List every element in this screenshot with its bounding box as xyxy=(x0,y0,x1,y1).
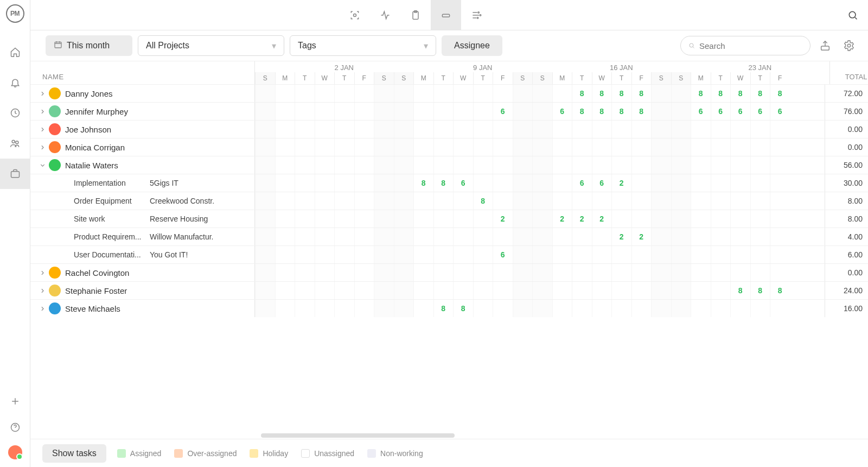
workload-cell[interactable] xyxy=(572,138,592,156)
workload-cell[interactable] xyxy=(552,121,572,138)
workload-cell[interactable]: 8 xyxy=(711,85,731,102)
person-name[interactable]: Rachel Covington xyxy=(65,268,129,277)
workload-cell[interactable] xyxy=(671,174,691,192)
chevron-right-icon[interactable] xyxy=(37,108,48,115)
workload-cell[interactable]: 6 xyxy=(711,103,731,120)
workload-cell[interactable] xyxy=(275,138,295,156)
workload-cell[interactable] xyxy=(770,246,790,263)
workload-cell[interactable] xyxy=(691,300,711,317)
workload-cell[interactable] xyxy=(433,246,454,263)
nav-help-icon[interactable] xyxy=(0,419,30,436)
workload-cell[interactable] xyxy=(374,138,394,156)
workload-cell[interactable] xyxy=(631,210,652,228)
workload-cell[interactable] xyxy=(493,156,513,174)
workload-cell[interactable]: 2 xyxy=(493,210,513,228)
workload-cell[interactable] xyxy=(433,85,454,102)
workload-cell[interactable] xyxy=(532,228,552,245)
workload-cell[interactable] xyxy=(433,264,454,281)
workload-cell[interactable] xyxy=(651,192,671,210)
workload-cell[interactable] xyxy=(394,264,414,281)
workload-cell[interactable] xyxy=(572,264,592,281)
workload-cell[interactable] xyxy=(315,264,335,281)
workload-cell[interactable] xyxy=(315,228,335,245)
workload-cell[interactable] xyxy=(295,121,315,138)
workload-cell[interactable] xyxy=(572,192,592,210)
workload-cell[interactable] xyxy=(275,300,295,317)
workload-cell[interactable] xyxy=(374,228,394,245)
workload-cell[interactable] xyxy=(473,174,493,192)
workload-cell[interactable] xyxy=(354,103,374,120)
workload-cell[interactable] xyxy=(691,192,711,210)
workload-cell[interactable] xyxy=(394,156,414,174)
workload-cell[interactable] xyxy=(413,264,433,281)
workload-cell[interactable] xyxy=(651,210,671,228)
workload-cell[interactable] xyxy=(255,174,275,192)
workload-cell[interactable] xyxy=(275,121,295,138)
tab-scan-icon[interactable] xyxy=(340,0,370,30)
workload-cell[interactable] xyxy=(513,103,533,120)
workload-cell[interactable] xyxy=(374,103,394,120)
workload-cell[interactable] xyxy=(730,192,750,210)
workload-cell[interactable] xyxy=(631,282,652,299)
workload-cell[interactable] xyxy=(730,228,750,245)
workload-cell[interactable] xyxy=(513,174,533,192)
tab-activity-icon[interactable] xyxy=(370,0,400,30)
workload-cell[interactable]: 2 xyxy=(611,228,631,245)
chevron-down-icon[interactable] xyxy=(37,162,48,169)
workload-cell[interactable] xyxy=(532,246,552,263)
workload-cell[interactable]: 8 xyxy=(631,85,652,102)
workload-cell[interactable] xyxy=(394,85,414,102)
workload-cell[interactable] xyxy=(592,192,612,210)
workload-cell[interactable]: 6 xyxy=(453,174,473,192)
workload-cell[interactable] xyxy=(334,300,354,317)
workload-cell[interactable] xyxy=(354,228,374,245)
workload-cell[interactable] xyxy=(750,156,770,174)
workload-cell[interactable] xyxy=(770,174,790,192)
workload-cell[interactable] xyxy=(651,174,671,192)
workload-cell[interactable] xyxy=(750,192,770,210)
search-field[interactable] xyxy=(680,36,810,55)
workload-cell[interactable] xyxy=(453,85,473,102)
workload-cell[interactable] xyxy=(315,121,335,138)
workload-cell[interactable] xyxy=(572,300,592,317)
workload-cell[interactable] xyxy=(572,282,592,299)
workload-cell[interactable] xyxy=(592,246,612,263)
workload-cell[interactable] xyxy=(473,228,493,245)
nav-workload-icon[interactable] xyxy=(0,159,30,189)
workload-cell[interactable] xyxy=(691,210,711,228)
workload-cell[interactable] xyxy=(493,282,513,299)
workload-cell[interactable] xyxy=(711,192,731,210)
workload-cell[interactable] xyxy=(334,228,354,245)
app-logo[interactable]: PM xyxy=(6,4,24,23)
workload-cell[interactable]: 6 xyxy=(552,103,572,120)
workload-cell[interactable] xyxy=(295,282,315,299)
workload-cell[interactable] xyxy=(611,246,631,263)
workload-cell[interactable] xyxy=(255,121,275,138)
workload-cell[interactable] xyxy=(572,246,592,263)
workload-cell[interactable] xyxy=(334,103,354,120)
workload-cell[interactable] xyxy=(354,174,374,192)
workload-cell[interactable] xyxy=(552,174,572,192)
workload-cell[interactable] xyxy=(513,156,533,174)
workload-cell[interactable] xyxy=(433,121,454,138)
workload-cell[interactable] xyxy=(730,138,750,156)
workload-cell[interactable]: 6 xyxy=(730,103,750,120)
workload-cell[interactable] xyxy=(611,282,631,299)
workload-cell[interactable] xyxy=(711,228,731,245)
workload-cell[interactable] xyxy=(413,103,433,120)
workload-cell[interactable] xyxy=(413,192,433,210)
workload-cell[interactable] xyxy=(354,282,374,299)
workload-cell[interactable] xyxy=(255,228,275,245)
nav-notifications-icon[interactable] xyxy=(0,67,30,98)
workload-cell[interactable] xyxy=(433,138,454,156)
workload-cell[interactable] xyxy=(691,174,711,192)
workload-cell[interactable] xyxy=(473,264,493,281)
workload-cell[interactable]: 6 xyxy=(691,103,711,120)
workload-cell[interactable] xyxy=(473,121,493,138)
workload-cell[interactable] xyxy=(374,264,394,281)
workload-cell[interactable] xyxy=(631,300,652,317)
workload-cell[interactable] xyxy=(275,85,295,102)
workload-cell[interactable] xyxy=(453,264,473,281)
chevron-right-icon[interactable] xyxy=(37,126,48,133)
chevron-right-icon[interactable] xyxy=(37,287,48,294)
